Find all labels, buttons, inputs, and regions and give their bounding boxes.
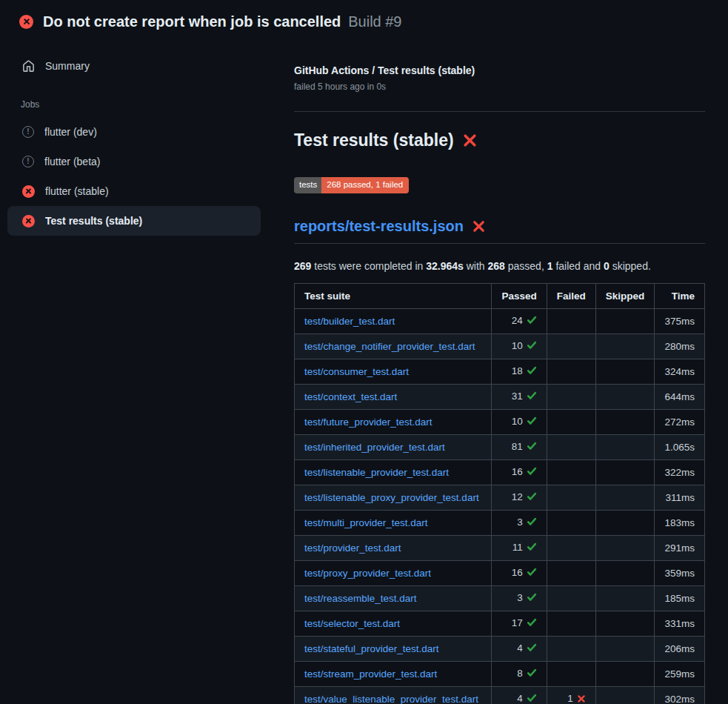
table-row: test/listenable_provider_test.dart16322m… (295, 459, 705, 485)
passed-cell: 11 (492, 535, 547, 560)
col-passed: Passed (492, 283, 547, 308)
check-icon (527, 668, 537, 680)
check-icon (527, 391, 537, 403)
passed-cell: 31 (492, 384, 547, 409)
results-table: Test suite Passed Failed Skipped Time te… (294, 283, 705, 704)
job-label: flutter (dev) (44, 126, 97, 138)
suite-link[interactable]: test/change_notifier_provider_test.dart (304, 341, 475, 352)
time-cell: 259ms (655, 661, 705, 686)
build-number: Build #9 (348, 13, 401, 30)
x-icon (577, 694, 586, 704)
suite-link[interactable]: test/builder_test.dart (304, 316, 395, 327)
failed-cell: 1 (547, 686, 595, 704)
skipped-cell (595, 384, 655, 409)
table-row: test/inherited_provider_test.dart811.065… (295, 434, 705, 459)
skipped-cell (595, 636, 655, 661)
suite-link[interactable]: test/future_provider_test.dart (304, 416, 433, 428)
failed-cell (547, 359, 595, 384)
passed-cell: 8 (492, 661, 547, 686)
sidebar-item-flutter-stable[interactable]: flutter (stable) (7, 176, 261, 206)
badge-value: 268 passed, 1 failed (321, 177, 409, 193)
suite-link[interactable]: test/consumer_test.dart (304, 366, 409, 377)
x-circle-icon (22, 215, 35, 228)
passed-cell: 10 (492, 409, 547, 434)
x-circle-icon (22, 185, 35, 198)
failed-cell (547, 535, 595, 560)
check-icon (527, 491, 537, 504)
home-icon (22, 60, 35, 73)
table-row: test/context_test.dart31644ms (295, 384, 705, 409)
tests-status-badge: tests 268 passed, 1 failed (294, 177, 409, 193)
table-row: test/stateful_provider_test.dart4206ms (295, 636, 705, 661)
suite-link[interactable]: test/value_listenable_provider_test.dart (304, 694, 478, 704)
table-header-row: Test suite Passed Failed Skipped Time (295, 283, 705, 308)
alert-circle-icon (22, 126, 34, 138)
suite-cell: test/multi_provider_test.dart (295, 510, 492, 535)
failed-cell (547, 636, 595, 661)
table-row: test/change_notifier_provider_test.dart1… (295, 333, 705, 359)
suite-link[interactable]: test/selector_test.dart (304, 618, 400, 629)
check-icon (527, 340, 537, 353)
suite-link[interactable]: test/context_test.dart (304, 391, 397, 402)
col-time: Time (655, 283, 705, 308)
suite-cell: test/value_listenable_provider_test.dart (295, 686, 492, 704)
failed-cell (547, 384, 595, 409)
time-cell: 206ms (655, 636, 705, 661)
suite-link[interactable]: test/provider_test.dart (304, 542, 401, 554)
skipped-cell (595, 485, 655, 510)
passed-cell: 4 (492, 636, 547, 661)
check-icon (527, 617, 537, 630)
passed-cell: 16 (492, 560, 547, 585)
time-cell: 359ms (655, 560, 705, 585)
suite-link[interactable]: test/listenable_proxy_provider_test.dart (304, 492, 479, 503)
job-label: flutter (stable) (45, 185, 109, 197)
suite-link[interactable]: test/listenable_provider_test.dart (304, 467, 449, 478)
suite-link[interactable]: test/proxy_provider_test.dart (304, 568, 431, 579)
table-row: test/proxy_provider_test.dart16359ms (295, 560, 705, 585)
failed-x-icon (462, 133, 478, 148)
failed-cell (547, 510, 595, 535)
sidebar-item-test-results-stable[interactable]: Test results (stable) (7, 206, 261, 236)
job-label: flutter (beta) (44, 156, 100, 167)
skipped-cell (595, 535, 655, 560)
check-icon (527, 416, 537, 428)
breadcrumb: GitHub Actions / Test results (stable) (294, 64, 705, 76)
page-header: Do not create report when job is cancell… (0, 0, 728, 41)
summary-segment: with (464, 260, 488, 272)
passed-cell: 81 (492, 434, 547, 459)
page-title: Do not create report when job is cancell… (43, 13, 402, 30)
summary-segment: tests were completed in (311, 260, 426, 272)
time-cell: 322ms (655, 459, 705, 485)
table-row: test/value_listenable_provider_test.dart… (295, 686, 705, 704)
report-file-link[interactable]: reports/test-results.json (294, 218, 464, 235)
check-icon (527, 693, 537, 704)
summary-segment: 269 (294, 260, 311, 272)
suite-link[interactable]: test/reassemble_test.dart (304, 593, 417, 604)
suite-cell: test/inherited_provider_test.dart (295, 434, 492, 459)
check-icon (527, 315, 537, 328)
failed-cell (547, 560, 595, 585)
skipped-cell (595, 585, 655, 611)
sidebar-item-flutter-dev[interactable]: flutter (dev) (7, 117, 261, 147)
passed-cell: 10 (492, 333, 547, 359)
suite-link[interactable]: test/stateful_provider_test.dart (304, 643, 439, 654)
sidebar-item-flutter-beta[interactable]: flutter (beta) (7, 147, 261, 176)
x-circle-failed-icon (19, 15, 33, 29)
suite-link[interactable]: test/stream_provider_test.dart (304, 668, 437, 680)
suite-cell: test/stream_provider_test.dart (295, 661, 492, 686)
skipped-cell (595, 510, 655, 535)
time-cell: 331ms (655, 611, 705, 636)
col-test-suite: Test suite (295, 283, 492, 308)
suite-cell: test/consumer_test.dart (295, 359, 492, 384)
skipped-cell (595, 611, 655, 636)
suite-cell: test/reassemble_test.dart (295, 585, 492, 611)
suite-link[interactable]: test/inherited_provider_test.dart (304, 442, 445, 453)
divider (294, 111, 705, 112)
time-cell: 185ms (655, 585, 705, 611)
badge-label: tests (294, 177, 321, 193)
suite-link[interactable]: test/multi_provider_test.dart (304, 517, 428, 528)
failed-cell (547, 485, 595, 510)
skipped-cell (595, 459, 655, 485)
sidebar-item-summary[interactable]: Summary (7, 51, 261, 81)
table-row: test/provider_test.dart11291ms (295, 535, 705, 560)
